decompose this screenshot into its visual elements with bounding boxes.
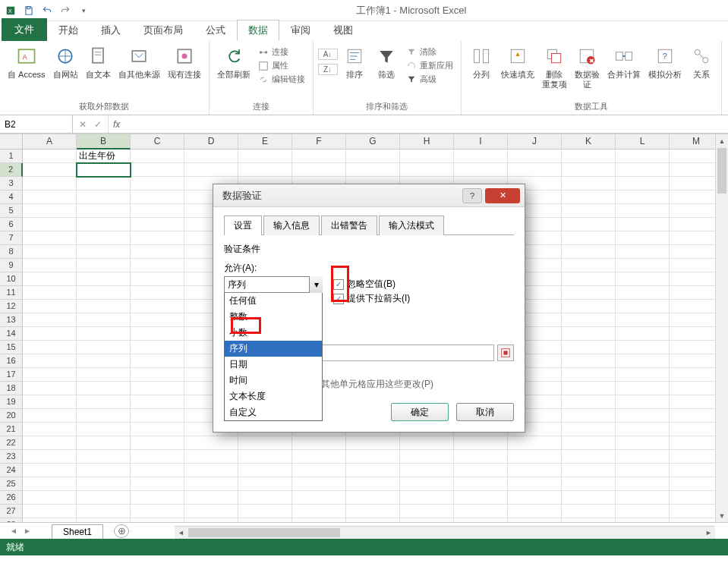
cell[interactable] <box>184 491 238 505</box>
cell[interactable] <box>131 368 184 382</box>
allow-option[interactable]: 小数 <box>225 325 322 341</box>
cell[interactable] <box>562 423 616 436</box>
cell[interactable] <box>77 272 131 286</box>
tab-insert[interactable]: 插入 <box>90 20 132 41</box>
cell[interactable] <box>616 368 670 382</box>
cell[interactable] <box>238 450 292 464</box>
cell[interactable] <box>131 231 184 245</box>
cell[interactable] <box>77 450 131 464</box>
cell[interactable] <box>400 491 454 505</box>
scroll-thumb[interactable] <box>717 148 726 193</box>
cell[interactable] <box>23 423 77 436</box>
column-header[interactable]: J <box>508 134 562 149</box>
cell[interactable] <box>454 163 508 177</box>
cell[interactable] <box>616 286 670 300</box>
cell[interactable] <box>616 354 670 368</box>
cell[interactable] <box>23 204 77 218</box>
cell[interactable] <box>131 423 184 436</box>
dropdown-arrow-icon[interactable]: ▾ <box>309 276 323 293</box>
cell[interactable] <box>131 286 184 300</box>
flash-fill-button[interactable]: 快速填充 <box>498 42 537 81</box>
cell[interactable] <box>77 313 131 327</box>
cell[interactable] <box>508 491 562 505</box>
cell[interactable] <box>346 149 400 163</box>
cell[interactable] <box>23 272 77 286</box>
row-header[interactable]: 4 <box>0 190 23 204</box>
cell[interactable] <box>400 477 454 491</box>
cell[interactable] <box>23 477 77 491</box>
name-box[interactable]: B2 <box>0 115 73 133</box>
cell[interactable] <box>508 505 562 518</box>
cell[interactable] <box>131 149 184 163</box>
refresh-all-button[interactable]: 全部刷新 <box>214 42 254 81</box>
properties-button[interactable]: 属性 <box>255 59 308 72</box>
cell[interactable] <box>562 382 616 395</box>
cell[interactable] <box>400 163 454 177</box>
cell[interactable] <box>562 327 616 341</box>
cell[interactable] <box>131 450 184 464</box>
filter-button[interactable]: 筛选 <box>371 42 402 81</box>
cell[interactable] <box>238 436 292 450</box>
cell[interactable] <box>454 149 508 163</box>
row-header[interactable]: 8 <box>0 245 23 259</box>
column-header[interactable]: H <box>400 134 454 149</box>
cell[interactable] <box>23 177 77 190</box>
cell[interactable] <box>616 341 670 354</box>
sort-desc-button[interactable]: Z↓ <box>318 64 338 75</box>
cell[interactable] <box>77 395 131 409</box>
row-header[interactable]: 19 <box>0 395 23 409</box>
cell[interactable] <box>292 436 346 450</box>
cell[interactable] <box>23 395 77 409</box>
fx-icon[interactable]: fx <box>109 115 124 133</box>
cell[interactable] <box>184 450 238 464</box>
cell[interactable] <box>77 423 131 436</box>
row-header[interactable]: 20 <box>0 409 23 423</box>
cell[interactable] <box>292 149 346 163</box>
row-header[interactable]: 7 <box>0 231 23 245</box>
cell[interactable] <box>131 477 184 491</box>
row-header[interactable]: 16 <box>0 354 23 368</box>
cell[interactable] <box>77 245 131 259</box>
row-header[interactable]: 14 <box>0 327 23 341</box>
cell[interactable] <box>77 190 131 204</box>
cell[interactable] <box>508 436 562 450</box>
tab-pagelayout[interactable]: 页面布局 <box>132 20 194 41</box>
tab-review[interactable]: 审阅 <box>279 20 322 41</box>
cell[interactable] <box>184 505 238 518</box>
cell[interactable] <box>346 436 400 450</box>
cell[interactable] <box>23 149 77 163</box>
cell[interactable] <box>77 177 131 190</box>
cell[interactable] <box>454 450 508 464</box>
cell[interactable] <box>508 464 562 477</box>
cell[interactable] <box>131 327 184 341</box>
cell[interactable] <box>562 354 616 368</box>
cell[interactable] <box>23 505 77 518</box>
dialog-tab-ime[interactable]: 输入法模式 <box>379 215 444 235</box>
cell[interactable] <box>131 163 184 177</box>
cell[interactable] <box>131 436 184 450</box>
cell[interactable] <box>238 477 292 491</box>
tab-data[interactable]: 数据 <box>237 20 279 41</box>
cell[interactable] <box>562 286 616 300</box>
cell[interactable] <box>131 491 184 505</box>
cell[interactable] <box>131 464 184 477</box>
sheet-nav-next-icon[interactable]: ► <box>21 527 33 535</box>
cell[interactable] <box>77 464 131 477</box>
cell[interactable] <box>184 464 238 477</box>
cell[interactable] <box>616 259 670 272</box>
row-header[interactable]: 22 <box>0 436 23 450</box>
cell[interactable] <box>562 505 616 518</box>
cell[interactable] <box>616 190 670 204</box>
cell[interactable] <box>616 409 670 423</box>
cell[interactable] <box>346 163 400 177</box>
dialog-close-button[interactable]: ✕ <box>485 188 520 203</box>
cell[interactable] <box>454 477 508 491</box>
cell[interactable] <box>131 395 184 409</box>
cell[interactable] <box>562 464 616 477</box>
row-header[interactable]: 15 <box>0 341 23 354</box>
sheet-nav-prev-icon[interactable]: ◄ <box>8 527 20 535</box>
cell[interactable] <box>616 149 670 163</box>
cell[interactable] <box>562 409 616 423</box>
cell[interactable] <box>562 231 616 245</box>
row-header[interactable]: 3 <box>0 177 23 190</box>
